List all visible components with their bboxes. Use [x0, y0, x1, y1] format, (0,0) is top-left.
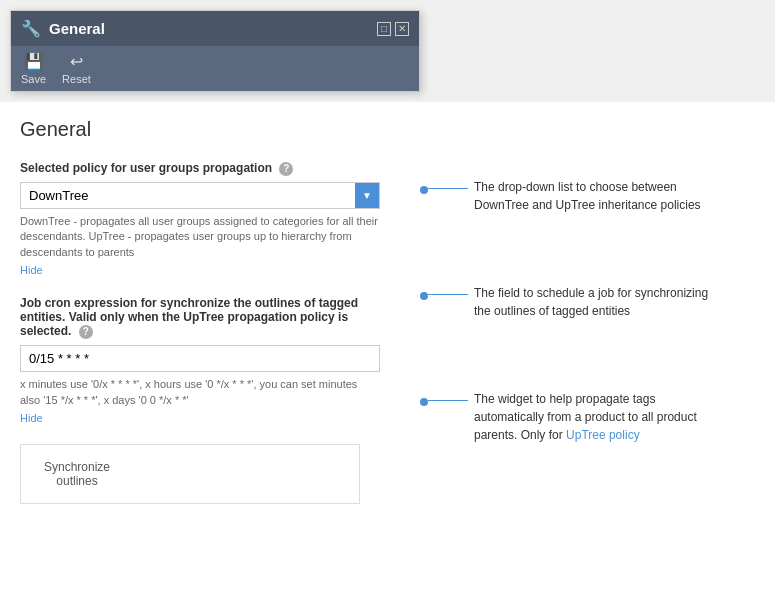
policy-annotation-block: The drop-down list to choose between Dow…	[420, 178, 755, 214]
page-title: General	[20, 118, 380, 141]
cron-input[interactable]	[20, 345, 380, 372]
policy-connector-dot	[420, 186, 428, 194]
widget-annotation-block: The widget to help propagate tags automa…	[420, 390, 755, 444]
policy-label: Selected policy for user groups propagat…	[20, 161, 380, 176]
cron-connector-dot	[420, 292, 428, 300]
widget-connector-dot	[420, 398, 428, 406]
cron-section: Job cron expression for synchronize the …	[20, 296, 380, 424]
policy-connector-line	[428, 188, 468, 189]
policy-help-icon[interactable]: ?	[279, 162, 293, 176]
annotations-column: The drop-down list to choose between Dow…	[380, 118, 755, 598]
reset-icon: ↩	[70, 52, 83, 71]
reset-label: Reset	[62, 73, 91, 85]
wrench-icon: 🔧	[21, 19, 41, 38]
policy-hide-link[interactable]: Hide	[20, 264, 380, 276]
save-label: Save	[21, 73, 46, 85]
form-column: General Selected policy for user groups …	[20, 118, 380, 598]
toolbar: 💾 Save ↩ Reset	[11, 46, 419, 91]
reset-button[interactable]: ↩ Reset	[62, 52, 91, 85]
cron-hide-link[interactable]: Hide	[20, 412, 380, 424]
policy-select[interactable]: DownTree UpTree	[21, 183, 379, 208]
widget-label: Synchronize outlines	[37, 460, 117, 488]
cron-help-text: x minutes use '0/x * * * *', x hours use…	[20, 377, 380, 408]
cron-help-icon[interactable]: ?	[79, 325, 93, 339]
cron-annotation-block: The field to schedule a job for synchron…	[420, 284, 755, 320]
cron-annotation-text: The field to schedule a job for synchron…	[474, 284, 724, 320]
save-button[interactable]: 💾 Save	[21, 52, 46, 85]
widget-connector-line	[428, 400, 468, 401]
window-title: General	[49, 20, 105, 37]
policy-select-wrapper: DownTree UpTree ▼	[20, 182, 380, 209]
close-button[interactable]: ✕	[395, 22, 409, 36]
widget-box: Synchronize outlines	[20, 444, 360, 504]
title-bar: 🔧 General □ ✕	[11, 11, 419, 46]
policy-annotation-text: The drop-down list to choose between Dow…	[474, 178, 724, 214]
cron-label: Job cron expression for synchronize the …	[20, 296, 380, 339]
cron-connector-line	[428, 294, 468, 295]
minimize-button[interactable]: □	[377, 22, 391, 36]
policy-help-text: DownTree - propagates all user groups as…	[20, 214, 380, 260]
window: 🔧 General □ ✕ 💾 Save ↩ Reset	[10, 10, 420, 92]
policy-section: Selected policy for user groups propagat…	[20, 161, 380, 276]
widget-annotation-text: The widget to help propagate tags automa…	[474, 390, 724, 444]
save-icon: 💾	[24, 52, 44, 71]
